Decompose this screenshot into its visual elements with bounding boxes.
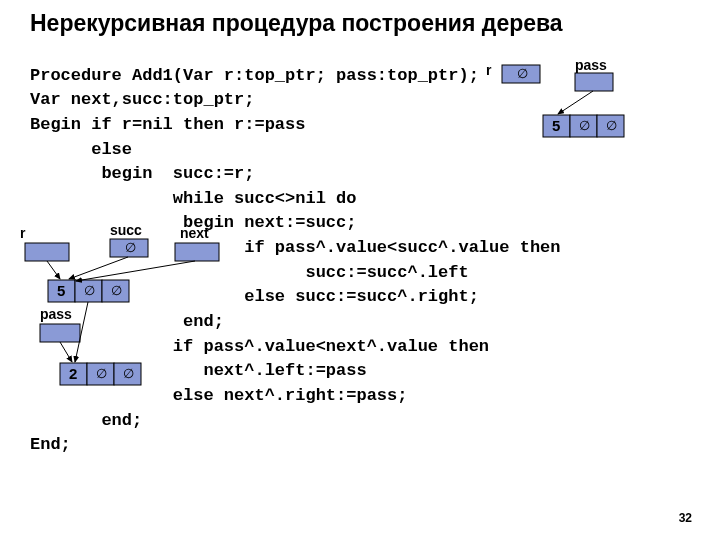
n2-value: 2 [69,365,77,382]
n5-value: 5 [57,282,65,299]
code-line: Procedure Add1(Var r:top_ptr; pass:top_p… [30,66,479,85]
code-line: Var next,succ:top_ptr; [30,90,254,109]
code-line: Begin if r=nil then r:=pass [30,115,305,134]
next-box [175,243,219,261]
arrow-r-n5 [47,261,60,279]
slide-title: Нерекурсивная процедура построения дерев… [0,0,720,39]
n2-left: ∅ [96,366,107,381]
pass-box [575,73,613,91]
page-number: 32 [679,511,692,525]
label-pass: pass [575,57,607,73]
label-r2: r [20,225,26,241]
node5-left: ∅ [579,118,590,133]
label-r: r [486,62,492,78]
code-line: End; [30,435,71,454]
label-next: next [180,225,209,241]
arrow-next-n5 [76,261,195,281]
code-line: while succ<>nil do [30,189,356,208]
arrow-succ-n5 [69,257,128,279]
label-pass2: pass [40,306,72,322]
label-succ: succ [110,222,142,238]
arrow-pass-n2 [60,342,72,362]
node5-right: ∅ [606,118,617,133]
succ-box-nil: ∅ [125,240,136,255]
code-line: begin succ:=r; [30,164,254,183]
node5-value: 5 [552,117,560,134]
diagram-top-right: r ∅ pass 5 ∅ ∅ [480,55,700,150]
n5-right: ∅ [111,283,122,298]
n5-left: ∅ [84,283,95,298]
arrow-pass-node [558,91,593,114]
n2-right: ∅ [123,366,134,381]
r-box-nil: ∅ [517,66,528,81]
r2-box [25,243,69,261]
code-line: else [30,140,132,159]
pass2-box [40,324,80,342]
diagram-left: r succ next ∅ 5 ∅ ∅ pass 2 ∅ ∅ [20,218,250,438]
